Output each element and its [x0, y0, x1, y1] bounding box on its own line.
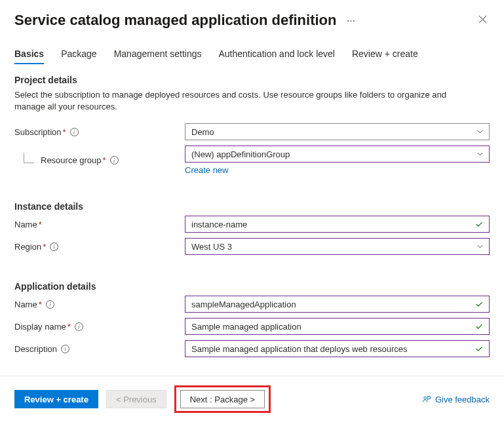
application-details-heading: Application details — [14, 281, 490, 292]
description-input[interactable]: Sample managed application that deploys … — [185, 340, 490, 357]
resource-group-label: Resource group — [41, 155, 102, 165]
check-icon — [475, 344, 484, 353]
give-feedback-link[interactable]: Give feedback — [421, 395, 490, 404]
check-icon — [475, 220, 484, 229]
display-name-input[interactable]: Sample managed application — [185, 318, 490, 335]
subscription-select[interactable]: Demo — [185, 123, 490, 140]
tab-review-create[interactable]: Review + create — [352, 45, 418, 64]
tab-bar: Basics Package Management settings Authe… — [14, 45, 490, 64]
chevron-down-icon — [476, 128, 484, 136]
required-marker: * — [103, 155, 106, 165]
app-name-label: Name — [14, 300, 37, 309]
tab-auth-lock[interactable]: Authentication and lock level — [219, 45, 335, 64]
subscription-label: Subscription — [14, 127, 62, 137]
instance-name-input[interactable]: instance-name — [185, 216, 490, 233]
description-value: Sample managed application that deploys … — [191, 344, 408, 354]
next-button[interactable]: Next : Package > — [180, 390, 265, 408]
page-title: Service catalog managed application defi… — [14, 12, 336, 29]
highlight-frame: Next : Package > — [174, 385, 271, 413]
display-name-value: Sample managed application — [191, 322, 301, 332]
chevron-down-icon — [476, 243, 484, 250]
info-icon[interactable]: i — [46, 300, 54, 309]
resource-group-value: (New) appDefinitionGroup — [191, 149, 290, 159]
info-icon[interactable]: i — [70, 128, 79, 136]
info-icon[interactable]: i — [75, 322, 83, 331]
tab-basics[interactable]: Basics — [14, 45, 44, 64]
info-icon[interactable]: i — [61, 345, 69, 353]
subscription-value: Demo — [191, 127, 214, 137]
tab-management-settings[interactable]: Management settings — [114, 45, 202, 64]
project-details-desc: Select the subscription to manage deploy… — [14, 89, 460, 113]
region-label: Region — [14, 242, 41, 252]
region-select[interactable]: West US 3 — [185, 238, 490, 255]
previous-button: < Previous — [106, 390, 166, 408]
check-icon — [475, 322, 484, 331]
resource-group-select[interactable]: (New) appDefinitionGroup — [185, 146, 490, 163]
instance-details-heading: Instance details — [14, 201, 490, 212]
display-name-label: Display name — [14, 322, 66, 332]
instance-name-label: Name — [14, 220, 37, 229]
required-marker: * — [39, 300, 42, 309]
required-marker: * — [63, 127, 66, 137]
check-icon — [475, 300, 484, 309]
required-marker: * — [68, 322, 71, 332]
info-icon[interactable]: i — [50, 243, 58, 251]
more-icon[interactable]: ⋯ — [347, 16, 355, 26]
app-name-input[interactable]: sampleManagedApplication — [185, 296, 490, 313]
instance-name-value: instance-name — [191, 220, 247, 229]
close-icon[interactable] — [476, 12, 490, 28]
tree-glyph — [24, 153, 34, 163]
app-name-value: sampleManagedApplication — [191, 300, 296, 309]
info-icon[interactable]: i — [110, 156, 119, 165]
give-feedback-label: Give feedback — [435, 395, 490, 404]
tab-package[interactable]: Package — [61, 45, 96, 64]
required-marker: * — [39, 220, 42, 229]
required-marker: * — [43, 242, 46, 252]
feedback-icon — [421, 395, 431, 404]
description-label: Description — [14, 344, 57, 354]
svg-point-0 — [424, 397, 427, 399]
review-create-button[interactable]: Review + create — [14, 390, 98, 408]
create-new-link[interactable]: Create new — [185, 165, 228, 175]
region-value: West US 3 — [191, 242, 232, 252]
project-details-heading: Project details — [14, 75, 490, 85]
chevron-down-icon — [476, 151, 484, 158]
